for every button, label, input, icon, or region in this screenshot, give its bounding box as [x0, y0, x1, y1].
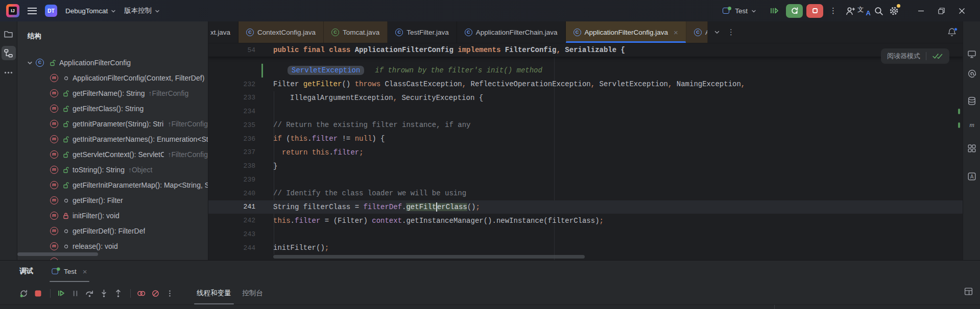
- stop-button[interactable]: [806, 4, 823, 18]
- notifications-bell-icon[interactable]: [947, 21, 963, 43]
- debug-resume-icon[interactable]: [767, 4, 782, 18]
- gutter: [255, 214, 273, 227]
- code-line[interactable]: 237return this.filter;: [208, 146, 963, 160]
- debug-panel-title: 调试: [19, 267, 33, 276]
- code-line[interactable]: 232Filter getFilter() throws ClassCastEx…: [208, 78, 963, 91]
- hidden-tabs-chevron-icon[interactable]: [714, 29, 720, 35]
- project-folder-tool-button[interactable]: [2, 27, 16, 41]
- step-into-button[interactable]: [98, 287, 110, 300]
- close-icon[interactable]: ×: [83, 267, 87, 276]
- editor-tab-testfilter-java[interactable]: CTestFilter.java: [388, 21, 457, 43]
- maven-tool-button[interactable]: m: [965, 117, 979, 132]
- structure-tool-button[interactable]: [2, 46, 16, 60]
- debug-session-tab[interactable]: Test ×: [50, 261, 89, 282]
- close-button[interactable]: [951, 3, 972, 18]
- editor-tab-contextconfig-java[interactable]: CContextConfig.java: [238, 21, 324, 43]
- method-icon: m: [50, 120, 58, 128]
- code-with-me-icon[interactable]: [842, 4, 857, 18]
- code-line[interactable]: 243: [208, 227, 963, 241]
- structure-item[interactable]: mgetFilterDef(): FilterDef: [17, 223, 208, 239]
- layout-settings-icon[interactable]: [964, 287, 973, 296]
- settings-gear-icon[interactable]: [886, 4, 901, 18]
- translate-icon[interactable]: 文A: [857, 6, 871, 16]
- view-breakpoints-button[interactable]: [135, 287, 148, 300]
- code-line[interactable]: 238}: [208, 159, 963, 173]
- more-actions-icon[interactable]: ⋮: [829, 6, 837, 15]
- error-stripe-mark[interactable]: [958, 122, 960, 128]
- inspections-ok-icon[interactable]: [932, 53, 943, 60]
- error-stripe-mark[interactable]: [958, 109, 960, 114]
- structure-item[interactable]: mApplicationFilterConfig(Context, Filter…: [17, 70, 208, 86]
- structure-item[interactable]: mgetFilterInitParameterMap(): Map<String…: [17, 177, 208, 193]
- structure-item[interactable]: mrelease(): void: [17, 239, 208, 254]
- structure-item[interactable]: mgetInitParameter(String): String↑Filter…: [17, 116, 208, 132]
- device-tool-button[interactable]: [965, 47, 979, 61]
- code-line[interactable]: 239: [208, 173, 963, 187]
- structure-h-scrollbar[interactable]: [17, 252, 98, 256]
- debug-view-tab-1[interactable]: 控制台: [237, 282, 269, 304]
- structure-item[interactable]: mgetInitParameterNames(): Enumeration<St…: [17, 132, 208, 147]
- reader-mode-widget[interactable]: 阅读器模式: [881, 48, 949, 64]
- code-editor[interactable]: ServletException if thrown by the filter…: [208, 43, 963, 260]
- project-selector[interactable]: DebugTomcat: [65, 7, 116, 15]
- line-number: 233: [208, 94, 255, 101]
- code-line[interactable]: 240// Identify the class loader we will …: [208, 187, 963, 200]
- minimize-button[interactable]: [911, 3, 931, 18]
- debug-view-tab-0[interactable]: 线程和变量: [191, 282, 237, 304]
- line-number: 237: [208, 148, 255, 156]
- code-line[interactable]: 233IllegalArgumentException, SecurityExc…: [208, 91, 963, 105]
- structure-item[interactable]: mgetFilterName(): String↑FilterConfig: [17, 86, 208, 101]
- editor-tab-a[interactable]: CA: [686, 21, 708, 43]
- code-line[interactable]: 236if (this.filter != null) {: [208, 132, 963, 146]
- line-number: 238: [208, 162, 255, 170]
- more-tool-button[interactable]: [2, 65, 16, 80]
- editor-tab-xt-java[interactable]: xt.java: [208, 21, 238, 43]
- override-hint: ↑FilterConfig: [149, 89, 189, 97]
- pause-button[interactable]: [69, 287, 82, 300]
- step-out-button[interactable]: [112, 287, 125, 300]
- structure-item-label: getFilterClass(): String: [73, 105, 144, 113]
- structure-item-label: getFilterName(): String: [73, 89, 145, 97]
- close-icon[interactable]: ×: [674, 28, 678, 37]
- search-icon[interactable]: [871, 4, 886, 18]
- main-menu-icon[interactable]: [28, 8, 37, 14]
- code-line[interactable]: ServletException if thrown by the filter…: [208, 64, 963, 78]
- run-config-selector[interactable]: Test: [723, 7, 756, 15]
- stop-button[interactable]: [32, 287, 44, 300]
- restore-button[interactable]: [931, 3, 951, 18]
- structure-item[interactable]: mgetServletContext(): ServletContext↑Fil…: [17, 147, 208, 162]
- structure-item[interactable]: mtoString(): String↑Object: [17, 162, 208, 177]
- editor-tab-applicationfilterconfig-java[interactable]: CApplicationFilterConfig.java×: [566, 21, 686, 43]
- structure-item[interactable]: minitFilter(): void: [17, 208, 208, 223]
- code-line[interactable]: 235// Return the existing filter instanc…: [208, 118, 963, 132]
- editor-h-scrollbar[interactable]: [273, 255, 585, 259]
- structure-item[interactable]: mgetFilter(): Filter: [17, 193, 208, 208]
- chevron-down-icon[interactable]: [26, 60, 34, 66]
- dependencies-tool-button[interactable]: [965, 141, 979, 156]
- tab-options-icon[interactable]: ⋮: [727, 28, 735, 37]
- step-out-icon: [114, 289, 123, 298]
- rerun-debug-button[interactable]: [17, 287, 30, 300]
- current-code-line[interactable]: 241String filterClass = filterDef.getFil…: [208, 200, 963, 214]
- more-button[interactable]: [163, 287, 176, 300]
- resume-button[interactable]: [55, 287, 67, 300]
- structure-root-item[interactable]: CApplicationFilterConfig: [17, 55, 208, 70]
- ai-assistant-tool-button[interactable]: [965, 66, 979, 81]
- editor-tab-tomcat-java[interactable]: CTomcat.java: [324, 21, 388, 43]
- gutter: [255, 91, 273, 105]
- database-tool-button[interactable]: [965, 94, 979, 108]
- line-number: 241: [208, 203, 255, 211]
- structure-item[interactable]: mgetFilterClass(): String: [17, 101, 208, 116]
- project-badge[interactable]: DT: [45, 5, 57, 17]
- editor-tab-applicationfilterchain-java[interactable]: CApplicationFilterChain.java: [457, 21, 566, 43]
- project-name: DebugTomcat: [65, 7, 108, 15]
- sticky-header-line[interactable]: 54public final class ApplicationFilterCo…: [208, 43, 963, 57]
- step-over-button[interactable]: [83, 287, 96, 300]
- vcs-widget[interactable]: 版本控制: [124, 6, 160, 15]
- documentation-tool-button[interactable]: A: [965, 169, 979, 184]
- code-line[interactable]: 242this.filter = (Filter) context.getIns…: [208, 214, 963, 227]
- mute-breakpoints-button[interactable]: [149, 287, 162, 300]
- code-line[interactable]: 244initFilter();: [208, 241, 963, 255]
- rerun-button[interactable]: [786, 4, 803, 18]
- code-line[interactable]: 234: [208, 105, 963, 118]
